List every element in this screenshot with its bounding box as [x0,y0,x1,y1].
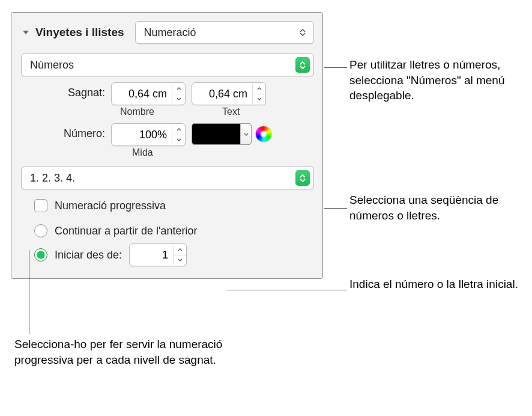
size-input[interactable] [112,124,172,145]
number-indent-input[interactable] [112,84,172,104]
start-from-label: Iniciar des de: [55,249,122,262]
stepper-up[interactable] [172,124,185,135]
lead-line [324,208,347,209]
disclosure-triangle[interactable] [21,28,31,37]
tiered-numbers-checkbox[interactable] [34,199,47,212]
continue-label: Continuar a partir de l'anterior [55,225,198,237]
start-from-input[interactable] [130,245,173,265]
callout-start-from: Indica el número o la lletra inicial. [349,277,518,292]
sequence-popup[interactable]: 1. 2. 3. 4. [21,167,314,189]
popup-indicator-icon [295,57,310,73]
text-indent-input[interactable] [192,84,252,104]
color-swatch-body [192,124,240,144]
section-title: Vinyetes i llistes [35,26,124,39]
stepper-up[interactable] [172,84,185,94]
color-swatch[interactable] [192,123,252,145]
popup-chevrons-icon [295,24,310,41]
number-sublabel: Nombre [111,106,189,117]
text-indent-stepper[interactable] [192,82,266,105]
callout-format-popup: Per utilitzar lletres o números, selecci… [349,57,530,103]
indent-row: Sagnat: [21,82,314,105]
number-label: Número: [45,123,105,140]
indent-sublabels: Nombre Text [21,106,314,117]
continue-row: Continuar a partir de l'anterior [21,224,314,237]
stepper-down[interactable] [172,94,185,105]
number-format-popup[interactable]: Números [21,54,314,76]
stepper-down[interactable] [253,94,265,105]
stepper-down[interactable] [172,135,185,145]
bullets-lists-panel: Vinyetes i llistes Numeració Números Sag… [11,12,323,279]
callout-sequence: Selecciona una seqüència de números o ll… [349,192,530,223]
text-sublabel: Text [195,106,273,117]
popup-indicator-icon [295,170,310,186]
number-row: Número: [21,123,314,146]
lead-line [324,67,347,68]
size-sublabel: Mida [111,147,189,158]
tiered-numbers-row: Numeració progressiva [21,199,314,212]
tiered-numbers-label: Numeració progressiva [55,200,166,212]
list-type-popup[interactable]: Numeració [135,21,314,44]
stepper-down[interactable] [174,255,186,266]
start-from-stepper[interactable] [129,243,187,266]
continue-radio[interactable] [34,224,47,237]
color-wheel-icon[interactable] [255,126,272,142]
stepper-arrows [172,124,185,145]
start-from-row: Iniciar des de: [21,243,314,266]
stepper-arrows [172,84,185,104]
sequence-value: 1. 2. 3. 4. [30,172,75,185]
color-swatch-dropdown[interactable] [240,124,251,144]
list-type-value: Numeració [144,26,196,39]
size-stepper[interactable] [111,123,186,146]
number-indent-stepper[interactable] [111,82,186,105]
panel-header: Vinyetes i llistes Numeració [21,21,314,44]
callout-tiered: Selecciona-ho per fer servir la numeraci… [14,337,231,367]
size-sublabel-row: Mida [21,147,314,158]
stepper-up[interactable] [174,245,186,255]
start-from-radio[interactable] [34,248,47,262]
lead-line [227,290,347,290]
number-format-value: Números [30,59,74,72]
stepper-arrows [252,84,265,104]
indent-label: Sagnat: [45,82,105,99]
stepper-up[interactable] [253,84,265,94]
stepper-arrows [173,245,186,265]
lead-line [29,250,29,334]
